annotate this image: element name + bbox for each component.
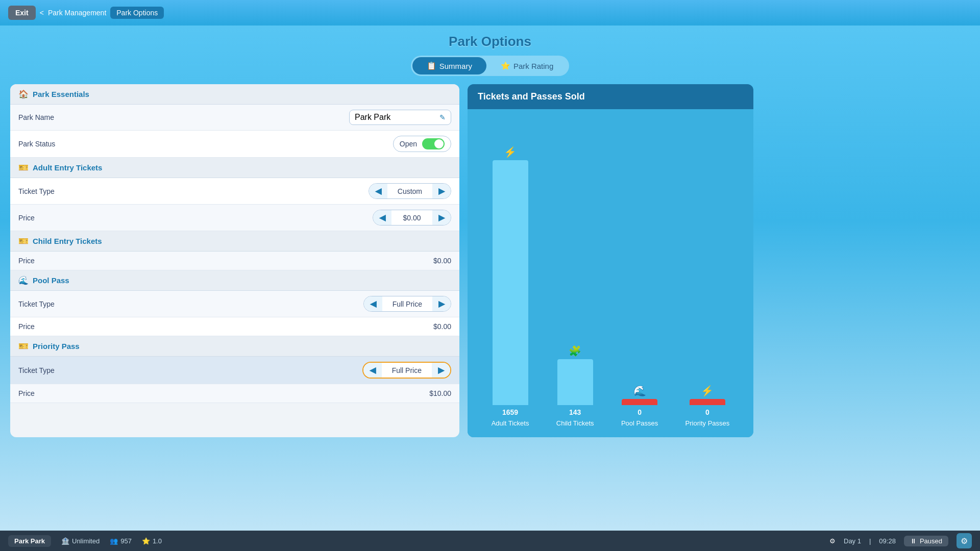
pool-ticket-type-prev[interactable]: ◀ [364,296,382,311]
tab-bar: 📋 Summary ⭐ Park Rating [411,56,570,76]
paused-label: Paused [920,537,942,545]
priority-pass-label: Priority Pass [33,342,80,350]
pool-pass-label: Pool Pass [33,276,69,285]
child-bar-wrapper: 🧩 [557,119,593,405]
status-rating: ⭐ 1.0 [142,537,162,545]
pool-ticket-type-row: Ticket Type ◀ Full Price ▶ [10,291,459,317]
pool-pass-header: 🌊 Pool Pass [10,270,459,291]
child-bar-icon: 🧩 [569,345,581,357]
chart-panel: Tickets and Passes Sold ⚡ 1659 Adult Tic… [468,84,753,437]
status-day: Day 1 [844,537,861,545]
adult-bar-label: Adult Tickets [492,419,529,427]
adult-bar [493,160,528,405]
park-status-row: Park Status Open [10,131,459,158]
child-price-label: Price [18,257,35,265]
adult-price-value: $0.00 [391,211,432,224]
park-name-input[interactable]: Park Park ✎ [349,110,451,125]
adult-ticket-type-value: Custom [387,185,432,198]
child-bar [557,359,593,405]
visitors-icon: 👥 [110,537,118,545]
priority-ticket-type-stepper[interactable]: ◀ Full Price ▶ [362,362,451,379]
priority-price-row: Price $10.00 [10,384,459,403]
star-icon: ⭐ [501,61,510,70]
adult-ticket-type-next[interactable]: ▶ [432,184,451,198]
park-status-label: Park Status [18,140,55,148]
adult-price-row: Price ◀ $0.00 ▶ [10,205,459,231]
child-bar-count: 143 [569,408,581,416]
status-money-value: Unlimited [72,537,100,545]
priority-price-label: Price [18,389,35,397]
adult-bar-wrapper: ⚡ [493,119,528,405]
priority-pass-header: 🎫 Priority Pass [10,336,459,357]
rating-icon: ⭐ [142,537,150,545]
status-rating-value: 1.0 [153,537,162,545]
pool-bar-wrapper: 🌊 [622,119,657,405]
pool-ticket-type-stepper[interactable]: ◀ Full Price ▶ [363,296,451,312]
park-name-label: Park Name [18,113,54,121]
pool-ticket-type-next[interactable]: ▶ [432,296,451,311]
adult-tickets-icon: 🎫 [18,163,29,172]
priority-ticket-type-label: Ticket Type [18,366,55,374]
paused-badge: ⏸ Paused [904,536,948,546]
park-status-toggle[interactable] [422,138,445,149]
pool-bar-icon: 🌊 [633,385,646,397]
exit-button[interactable]: Exit [8,6,36,20]
tab-summary[interactable]: 📋 Summary [412,57,486,74]
status-visitors-value: 957 [120,537,132,545]
pool-pass-icon: 🌊 [18,276,29,285]
priority-ticket-type-value: Full Price [382,364,432,377]
edit-icon[interactable]: ✎ [439,113,446,121]
summary-icon: 📋 [427,61,436,70]
adult-ticket-type-stepper[interactable]: ◀ Custom ▶ [369,183,451,199]
status-money: 🏦 Unlimited [61,537,100,545]
adult-price-next[interactable]: ▶ [432,210,451,225]
pool-bar-label: Pool Passes [621,419,658,427]
priority-bar [690,399,725,405]
pool-price-label: Price [18,322,35,331]
chart-column-pool-passes: 🌊 0 Pool Passes [621,119,658,427]
adult-ticket-type-prev[interactable]: ◀ [369,184,387,198]
adult-ticket-type-row: Ticket Type ◀ Custom ▶ [10,178,459,205]
adult-ticket-type-label: Ticket Type [18,187,55,195]
status-visitors: 👥 957 [110,537,132,545]
adult-tickets-header: 🎫 Adult Entry Tickets [10,158,459,178]
page-title: Park Options [449,34,531,49]
priority-ticket-type-prev[interactable]: ◀ [363,363,382,378]
main-content: Park Options 📋 Summary ⭐ Park Rating 🏠 P… [0,26,980,437]
park-name-row: Park Name Park Park ✎ [10,105,459,131]
content-area: 🏠 Park Essentials Park Name Park Park ✎ … [10,84,970,437]
adult-bar-count: 1659 [502,408,518,416]
child-bar-label: Child Tickets [556,419,594,427]
status-bar: Park Park 🏦 Unlimited 👥 957 ⭐ 1.0 ⚙ Day … [0,531,980,551]
chart-column-adult-tickets: ⚡ 1659 Adult Tickets [492,119,529,427]
priority-price-value: $10.00 [429,389,451,397]
priority-bar-count: 0 [705,408,709,416]
park-essentials-icon: 🏠 [18,89,29,99]
chart-header: Tickets and Passes Sold [468,84,753,109]
priority-bar-icon: ⚡ [701,385,714,397]
priority-bar-wrapper: ⚡ [690,119,725,405]
settings-icon: ⚙ [829,537,836,545]
priority-ticket-type-row: Ticket Type ◀ Full Price ▶ [10,357,459,384]
breadcrumb-parent[interactable]: Park Management [48,9,106,17]
pause-icon: ⏸ [910,537,917,545]
pool-ticket-type-value: Full Price [382,297,432,311]
adult-price-stepper[interactable]: ◀ $0.00 ▶ [373,210,451,226]
status-time: | [869,537,871,545]
status-right: ⚙ Day 1 | 09:28 ⏸ Paused ⚙ [829,533,972,548]
left-panel: 🏠 Park Essentials Park Name Park Park ✎ … [10,84,459,437]
pool-bar-count: 0 [638,408,642,416]
park-name-value: Park Park [355,113,390,122]
chart-column-priority-passes: ⚡ 0 Priority Passes [685,119,730,427]
settings-button[interactable]: ⚙ [957,533,972,548]
money-icon: 🏦 [61,537,69,545]
adult-bar-icon: ⚡ [504,146,517,158]
park-essentials-header: 🏠 Park Essentials [10,84,459,105]
child-price-row: Price $0.00 [10,252,459,270]
chart-body: ⚡ 1659 Adult Tickets 🧩 143 Child Tickets [468,109,753,437]
priority-ticket-type-next[interactable]: ▶ [432,363,450,378]
adult-price-prev[interactable]: ◀ [373,210,391,225]
pool-price-value: $0.00 [433,322,451,331]
tab-park-rating[interactable]: ⭐ Park Rating [486,57,568,74]
priority-pass-icon: 🎫 [18,341,29,351]
